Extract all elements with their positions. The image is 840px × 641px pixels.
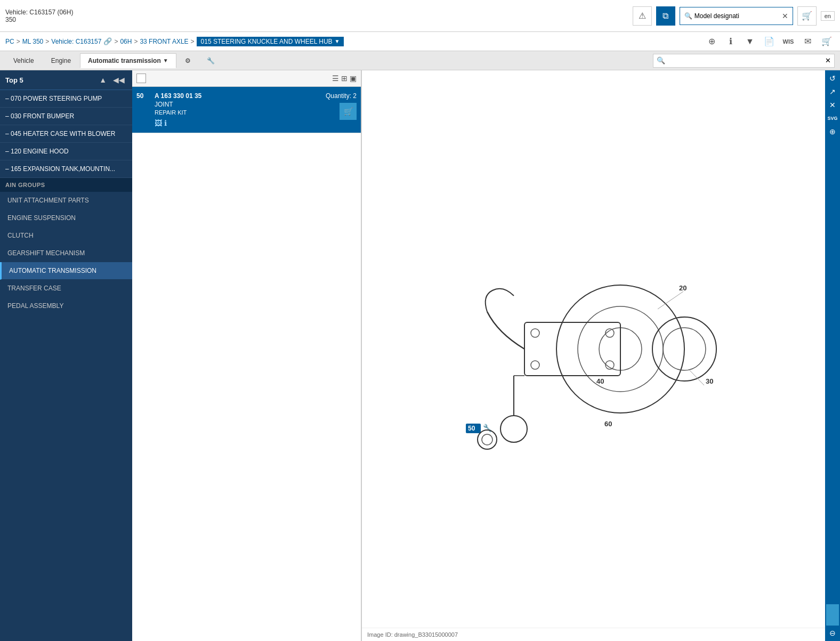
svg-text:40: 40 bbox=[596, 377, 604, 385]
vehicle-id: Vehicle: C163157 (06H) bbox=[5, 9, 73, 16]
sidebar-group-pedal-assembly[interactable]: PEDAL ASSEMBLY bbox=[0, 297, 132, 315]
part-image-btn-50[interactable]: 🖼 bbox=[155, 119, 162, 127]
breadcrumb-ml350[interactable]: ML 350 bbox=[22, 38, 44, 45]
vehicle-info: Vehicle: C163157 (06H) 350 bbox=[5, 9, 73, 23]
sidebar-item-engine-hood[interactable]: – 120 ENGINE HOOD bbox=[0, 143, 132, 160]
sidebar-section-label: ain groups bbox=[0, 178, 132, 192]
dt-zoom-out-btn[interactable]: ⊖ bbox=[827, 627, 838, 639]
sidebar-item-expansion-tank[interactable]: – 165 EXPANSION TANK,MOUNTIN... bbox=[0, 160, 132, 178]
svg-point-6 bbox=[531, 329, 539, 337]
diagram-content: 10 20 30 40 60 50 🔧 bbox=[362, 70, 840, 628]
tab-engine[interactable]: Engine bbox=[43, 53, 79, 68]
main-content: Top 5 ▲ ◀◀ – 070 POWER STEERING PUMP – 0… bbox=[0, 70, 840, 641]
svg-text:60: 60 bbox=[604, 420, 612, 428]
tab-vehicle-label: Vehicle bbox=[13, 57, 34, 64]
tab-tools-btn1[interactable]: ⚙ bbox=[177, 54, 198, 68]
part-qty-50: Quantity: 2 bbox=[314, 92, 357, 100]
part-info-50: A 163 330 01 35 JOINT REPAIR KIT 🖼 ℹ bbox=[155, 92, 309, 127]
filter-btn[interactable]: ▼ bbox=[742, 34, 758, 50]
tab-search-icon: 🔍 bbox=[657, 56, 665, 64]
dt-refresh-btn[interactable]: ↺ bbox=[827, 72, 838, 84]
sidebar-group-clutch-label: CLUTCH bbox=[7, 232, 34, 239]
sidebar-group-transfer-case[interactable]: TRANSFER CASE bbox=[0, 280, 132, 297]
sidebar-group-gearshift[interactable]: GEARSHIFT MECHANISM bbox=[0, 245, 132, 262]
part-info-btn-50[interactable]: ℹ bbox=[164, 119, 167, 127]
sidebar: Top 5 ▲ ◀◀ – 070 POWER STEERING PUMP – 0… bbox=[0, 70, 132, 641]
diagram-image-id: Image ID: drawing_B33015000007 bbox=[367, 631, 458, 638]
mail-btn[interactable]: ✉ bbox=[799, 34, 815, 50]
tab-automatic-transmission[interactable]: Automatic transmission ▼ bbox=[80, 53, 176, 68]
parts-table: 50 A 163 330 01 35 JOINT REPAIR KIT 🖼 ℹ … bbox=[132, 87, 361, 641]
lang-badge: en bbox=[821, 11, 835, 21]
sidebar-item-expansion-tank-label: – 165 EXPANSION TANK,MOUNTIN... bbox=[5, 165, 115, 173]
breadcrumb-dropdown-icon[interactable]: ▼ bbox=[335, 38, 340, 44]
breadcrumb-pc[interactable]: PC bbox=[5, 38, 14, 45]
tab-search-input[interactable] bbox=[665, 57, 825, 64]
breadcrumb-vehicle[interactable]: Vehicle: C163157 bbox=[51, 38, 101, 45]
tab-tools-btn2[interactable]: 🔧 bbox=[199, 54, 222, 68]
document-btn[interactable]: 📄 bbox=[761, 34, 777, 50]
wis-btn[interactable]: WIS bbox=[780, 34, 796, 50]
svg-point-24 bbox=[482, 434, 492, 445]
info-btn[interactable]: ℹ bbox=[723, 34, 739, 50]
search-clear-icon[interactable]: ✕ bbox=[782, 12, 788, 20]
part-cart-btn-50[interactable]: 🛒 bbox=[340, 103, 357, 120]
svg-point-10 bbox=[500, 416, 527, 442]
copy-btn[interactable]: ⧉ bbox=[656, 6, 675, 26]
sidebar-close-btn[interactable]: ◀◀ bbox=[111, 75, 127, 85]
sidebar-items-list: – 070 POWER STEERING PUMP – 030 FRONT BU… bbox=[0, 90, 132, 178]
tab-search-box: 🔍 ✕ bbox=[653, 54, 835, 68]
sidebar-collapse-btn[interactable]: ▲ bbox=[97, 75, 109, 85]
zoom-plus-btn[interactable]: ⊕ bbox=[704, 34, 720, 50]
parts-select-all-checkbox[interactable] bbox=[136, 74, 146, 83]
dt-blue-strip-btn[interactable] bbox=[826, 604, 839, 626]
parts-list-header: ☰ ⊞ ▣ bbox=[132, 70, 361, 87]
part-code-50: A 163 330 01 35 bbox=[155, 92, 309, 100]
breadcrumb-front-axle[interactable]: 33 FRONT AXLE bbox=[140, 38, 188, 45]
breadcrumb-tools: ⊕ ℹ ▼ 📄 WIS ✉ 🛒 bbox=[704, 34, 835, 50]
tab-search-clear[interactable]: ✕ bbox=[825, 56, 831, 64]
sidebar-group-gearshift-label: GEARSHIFT MECHANISM bbox=[7, 249, 85, 257]
sidebar-main-groups-label: ain groups bbox=[5, 182, 45, 188]
list-view-btn[interactable]: ☰ bbox=[332, 74, 339, 83]
diagram-panel: ✕ ↺ ↗ ✕ SVG ⊕ ⊖ bbox=[361, 70, 840, 641]
vehicle-link-icon[interactable]: 🔗 bbox=[103, 37, 112, 45]
dt-svg-btn[interactable]: SVG bbox=[827, 112, 838, 124]
filter-view-btn[interactable]: ▣ bbox=[350, 74, 357, 83]
sidebar-group-engine-suspension-label: ENGINE SUSPENSION bbox=[7, 214, 76, 222]
center-panel: ☰ ⊞ ▣ 50 A 163 330 01 35 JOINT REPAIR KI… bbox=[132, 70, 361, 641]
svg-line-26 bbox=[690, 370, 704, 385]
breadcrumb: PC > ML 350 > Vehicle: C163157 🔗 > 06H >… bbox=[0, 32, 840, 51]
expand-view-btn[interactable]: ⊞ bbox=[341, 74, 348, 83]
cart-bc-btn[interactable]: 🛒 bbox=[819, 34, 835, 50]
tab-engine-label: Engine bbox=[51, 57, 71, 64]
breadcrumb-06h[interactable]: 06H bbox=[120, 38, 132, 45]
sidebar-header: Top 5 ▲ ◀◀ bbox=[0, 70, 132, 90]
sidebar-group-engine-suspension[interactable]: ENGINE SUSPENSION bbox=[0, 209, 132, 227]
dt-zoom-btn[interactable]: ⊕ bbox=[827, 126, 838, 137]
svg-text:30: 30 bbox=[706, 377, 713, 385]
sidebar-group-auto-transmission[interactable]: AUTOMATIC TRANSMISSION bbox=[0, 262, 132, 280]
sidebar-item-engine-hood-label: – 120 ENGINE HOOD bbox=[5, 148, 69, 155]
sidebar-item-heater-case[interactable]: – 045 HEATER CASE WITH BLOWER bbox=[0, 125, 132, 143]
part-row-50[interactable]: 50 A 163 330 01 35 JOINT REPAIR KIT 🖼 ℹ … bbox=[132, 87, 361, 133]
part-right-50: Quantity: 2 🛒 bbox=[314, 92, 357, 120]
sidebar-item-front-bumper[interactable]: – 030 FRONT BUMPER bbox=[0, 108, 132, 125]
tab-auto-trans-label: Automatic transmission bbox=[88, 57, 161, 64]
sidebar-item-power-steering[interactable]: – 070 POWER STEERING PUMP bbox=[0, 90, 132, 108]
dt-pointer-btn[interactable]: ↗ bbox=[827, 86, 838, 98]
sidebar-group-unit-attachment[interactable]: UNIT ATTACHMENT PARTS bbox=[0, 192, 132, 209]
sidebar-group-pedal-assembly-label: PEDAL ASSEMBLY bbox=[7, 302, 63, 310]
sidebar-group-clutch[interactable]: CLUTCH bbox=[0, 227, 132, 245]
search-icon: 🔍 bbox=[684, 12, 692, 20]
breadcrumb-current[interactable]: 015 STEERING KNUCKLE AND WHEEL HUB ▼ bbox=[197, 37, 344, 46]
tab-vehicle[interactable]: Vehicle bbox=[5, 53, 42, 68]
dt-cross-btn[interactable]: ✕ bbox=[827, 99, 838, 111]
sidebar-item-front-bumper-label: – 030 FRONT BUMPER bbox=[5, 112, 74, 120]
part-name-50: JOINT bbox=[155, 101, 309, 108]
tab-dropdown-icon[interactable]: ▼ bbox=[163, 58, 168, 63]
model-search-input[interactable] bbox=[694, 12, 780, 20]
cart-header-btn[interactable]: 🛒 bbox=[797, 6, 817, 26]
warning-btn[interactable]: ⚠ bbox=[633, 6, 652, 26]
sidebar-group-auto-transmission-label: AUTOMATIC TRANSMISSION bbox=[9, 267, 96, 274]
